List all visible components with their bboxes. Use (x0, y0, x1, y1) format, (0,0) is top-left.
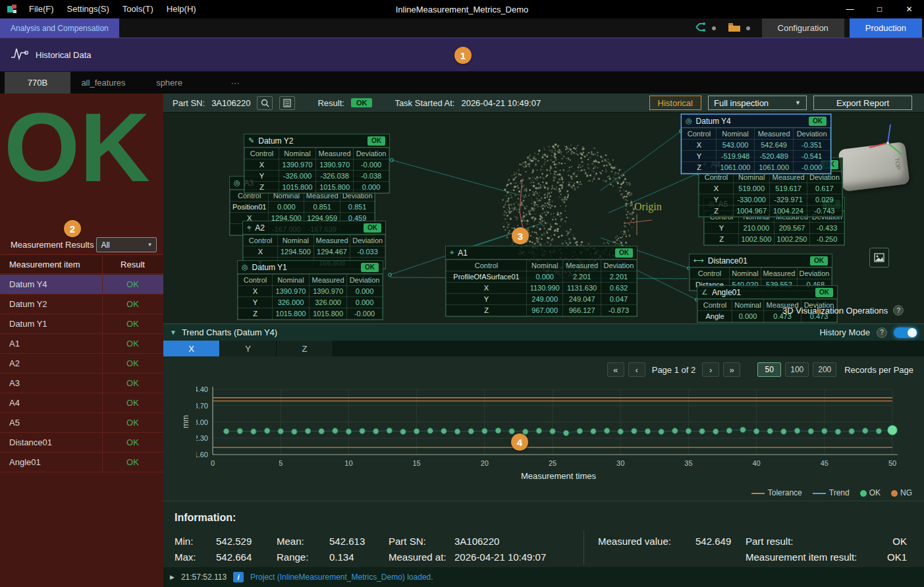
min-label: Min: (175, 536, 193, 547)
max-value: 542.664 (216, 551, 252, 563)
production-button[interactable]: Production (850, 18, 922, 38)
prev-page-button[interactable]: ‹ (628, 362, 645, 377)
overlay-column-header: Measured (755, 128, 794, 140)
measurement-row-distance01[interactable]: Distance01OK (0, 433, 163, 453)
overlay-table: ControlNominalMeasuredDeviationX543.0005… (682, 128, 830, 173)
feature-overlay-angle01[interactable]: ∠Angle01OKControlNominalMeasuredDeviatio… (697, 285, 838, 323)
feature-overlay-datum-y4[interactable]: ◎Datum Y4OKControlNominalMeasuredDeviati… (681, 114, 831, 174)
first-page-button[interactable]: « (607, 362, 624, 377)
close-button[interactable]: ✕ (894, 0, 924, 18)
pencil-icon: ✎ (248, 136, 254, 145)
banner-label: Historical Data (36, 50, 92, 60)
measurement-item-label: Datum Y4 (0, 279, 102, 289)
svg-text:0: 0 (211, 459, 215, 467)
historical-button[interactable]: Historical (649, 96, 701, 110)
legend-swatch-ok (860, 490, 867, 497)
configuration-button[interactable]: Configuration (762, 18, 844, 38)
pagination: « ‹ Page 1 of 2 › » 50100200 Records per… (607, 362, 913, 377)
measurement-row-datum-y2[interactable]: Datum Y2OK (0, 294, 163, 314)
maximize-button[interactable]: □ (865, 0, 894, 18)
tit2lebar: File(F)Settings(S)Tools(T)Help(H) Inline… (0, 0, 924, 18)
svg-text:25: 25 (549, 459, 557, 467)
help-icon[interactable]: ? (893, 305, 904, 316)
axis-tab-y[interactable]: Y (220, 341, 277, 356)
svg-text:541.60: 541.60 (196, 451, 208, 459)
measurement-row-a2[interactable]: A2OK (0, 354, 163, 374)
overlay-title: Datum Y1 (252, 263, 357, 272)
measurement-row-a5[interactable]: A5OK (0, 413, 163, 433)
search-button[interactable] (257, 96, 273, 110)
measurement-row-a3[interactable]: A3OK (0, 374, 163, 393)
device-connection-icon[interactable] (693, 21, 707, 36)
project-folder-icon[interactable] (728, 22, 741, 35)
collapse-icon[interactable]: ▼ (170, 329, 177, 336)
annotation-2: 2 (64, 220, 81, 237)
overlay-column-header: Deviation (797, 268, 831, 279)
snapshot-button[interactable] (869, 248, 889, 267)
inspection-mode-dropdown[interactable]: Full inspection ▼ (708, 96, 807, 110)
trend-chart: 544.40543.70543.00542.30541.600510152025… (196, 384, 921, 471)
overlay-column-header: Control (238, 275, 273, 286)
measurement-result-value: OK (102, 319, 163, 329)
records-50-button[interactable]: 50 (757, 362, 781, 377)
overlay-row: X519.000519.6170.617 (699, 183, 842, 194)
expand-log-icon[interactable]: ▶ (170, 574, 175, 580)
svg-text:543.70: 543.70 (196, 402, 208, 410)
status-badge: OK (810, 256, 828, 266)
records-200-button[interactable]: 200 (813, 362, 836, 377)
3d-viewport[interactable]: TOP ◎A3ControlNominalMeasuredDeviationPo… (163, 113, 924, 323)
tab-analysis-and-compensation[interactable]: Analysis and Compensation (0, 18, 119, 38)
subtab-all-features[interactable]: all_features (70, 72, 136, 94)
feature-overlay-a1[interactable]: ⌖A1OKControlNominalMeasuredDeviationProf… (445, 246, 638, 317)
measurement-result-value: OK (102, 457, 163, 467)
results-filter-dropdown[interactable]: All ▼ (96, 237, 157, 252)
measurement-row-a4[interactable]: A4OK (0, 393, 163, 413)
last-page-button[interactable]: » (723, 362, 740, 377)
overlay-row: Y-326.000-326.038-0.038 (245, 171, 389, 182)
records-100-button[interactable]: 100 (785, 362, 809, 377)
measurement-row-angle01[interactable]: Angle01OK (0, 453, 163, 472)
menu-settings-s[interactable]: Settings(S) (61, 0, 116, 18)
overlay-row: X1390.9701390.9700.000 (238, 286, 383, 297)
task-started-label: Task Started At: (394, 98, 454, 108)
trend-charts-title: Trend Charts (Datum Y4) (182, 327, 277, 337)
minimize-button[interactable]: — (835, 0, 865, 18)
overlay-column-header: Nominal (730, 268, 761, 279)
measurement-row-datum-y4[interactable]: Datum Y4OK (0, 275, 163, 294)
measurement-row-datum-y1[interactable]: Datum Y1OK (0, 314, 163, 334)
menu-help-h[interactable]: Help(H) (160, 0, 203, 18)
column-divider (102, 254, 103, 472)
legend-tolerance: Tolerance (751, 488, 802, 497)
status-badge: OK (361, 263, 379, 272)
overlay-column-header: Measured (761, 268, 797, 279)
max-label: Max: (175, 551, 196, 563)
status-dot (746, 26, 750, 30)
overlay-row: Y210.000209.567-0.433 (705, 223, 844, 234)
feature-overlay-datum-y2[interactable]: ✎Datum Y2OKControlNominalMeasuredDeviati… (244, 134, 390, 194)
subtab-sphere[interactable]: sphere (136, 72, 202, 94)
status-badge: OK (615, 248, 633, 258)
overlay-row: Y-519.948-520.489-0.541 (682, 151, 830, 162)
window-controls: — □ ✕ (835, 0, 924, 18)
help-icon[interactable]: ? (877, 327, 887, 338)
axis-tab-x[interactable]: X (163, 341, 220, 356)
report-list-button[interactable] (279, 96, 295, 110)
menu-file-f[interactable]: File(F) (22, 0, 61, 18)
next-page-button[interactable]: › (702, 362, 719, 377)
feature-overlay-datum-y1[interactable]: ◎Datum Y1OKControlNominalMeasuredDeviati… (237, 260, 383, 320)
axis-tab-z[interactable]: Z (277, 341, 333, 356)
subtab-770b[interactable]: 770B (5, 72, 70, 94)
historical-data-banner[interactable]: Historical Data 1 (0, 38, 924, 72)
svg-text:30: 30 (616, 459, 624, 467)
measurement-result-value: OK (102, 279, 163, 289)
history-mode-toggle[interactable] (894, 327, 917, 338)
results-table-header: Measurement item Result (0, 254, 163, 274)
measurement-row-a1[interactable]: A1OK (0, 334, 163, 354)
overall-result: OK (4, 99, 150, 196)
overlay-title: A2 (255, 223, 360, 233)
range-label: Range: (277, 551, 308, 563)
subtab-[interactable]: ··· (202, 72, 268, 94)
export-report-button[interactable]: Export Report (813, 96, 912, 110)
overlay-title: Datum Y4 (696, 117, 805, 126)
menu-tools-t[interactable]: Tools(T) (116, 0, 160, 18)
